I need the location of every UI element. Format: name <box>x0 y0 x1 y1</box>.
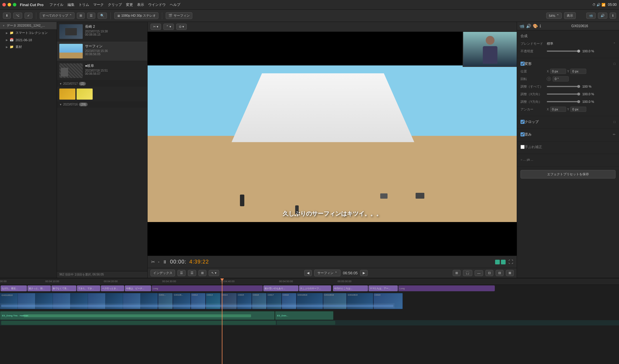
list-btn-3[interactable]: ⊞ <box>198 270 206 276</box>
format-button[interactable]: 🖥 1080p HD 30p ステレオ <box>114 12 158 19</box>
crop-title: クロップ <box>525 119 539 124</box>
rotation-label: 回転 <box>521 77 547 81</box>
subtitle-clip-4[interactable]: できた、でき... <box>77 285 100 291</box>
inspector-info-tab[interactable]: ℹ <box>610 13 616 19</box>
check-button[interactable]: ✓ <box>25 13 32 19</box>
headphone-btn[interactable]: 🎧 <box>463 270 472 276</box>
audio-clip-label-2: ES_Doin... <box>277 314 288 317</box>
razor-tool[interactable]: ◦ <box>158 259 160 265</box>
clip-info-surfing: サーフィン 2023/07/18 15:36 00:06:56:05 <box>85 44 145 56</box>
timeline-btn-3[interactable]: ⊟ <box>496 270 504 276</box>
menu-view[interactable]: 表示 <box>137 2 144 7</box>
clip-item-nagasaki[interactable]: 長崎 2 2023/07/15 19:38 00:08:06:15 <box>57 22 147 41</box>
rotation-dial[interactable] <box>547 77 551 81</box>
arrow-tool[interactable]: ↖ ▾ <box>209 270 219 276</box>
inspector-tab-video[interactable]: 📹 <box>519 24 524 28</box>
fullscreen-button[interactable]: ⛶ <box>509 259 513 265</box>
rotation-input[interactable] <box>553 76 569 82</box>
menu-change[interactable]: 変更 <box>126 2 133 7</box>
timeline-btn-4[interactable]: ⊠ <box>506 270 514 276</box>
blend-title-row: 合成 <box>521 33 615 39</box>
audio-btn-1[interactable]: ⊞ <box>453 270 461 276</box>
subtitle-clip-2[interactable]: 違さっと。段... <box>27 285 51 291</box>
zoom-button[interactable]: 54% ⌃ <box>546 13 562 19</box>
import-button[interactable]: ⬇ <box>3 13 11 19</box>
inspector-video-tab[interactable]: 📹 <box>586 13 596 19</box>
pos-y-input[interactable] <box>570 69 586 74</box>
small-thumb-1[interactable] <box>59 89 75 100</box>
maximize-button[interactable] <box>13 3 16 6</box>
scale-all-slider[interactable] <box>547 86 580 87</box>
project-button[interactable]: 🎬 サーフィン <box>166 12 192 19</box>
sidebar-item-smart[interactable]: ▶ 📁 スマートコレクション <box>0 29 57 37</box>
sequence-label: サーフィン <box>317 271 333 275</box>
subtitle-clip-8[interactable]: 久しぶりのサーフ... <box>299 285 331 291</box>
date-count-0716: (39) <box>79 103 88 106</box>
edit-tool-button[interactable]: ✂ ▾ <box>151 24 161 30</box>
grid-view-button[interactable]: ⊞ <box>77 13 85 19</box>
subtitle-clip-long-2[interactable]: Long <box>398 285 495 291</box>
close-button[interactable] <box>2 3 6 6</box>
menu-file[interactable]: ファイル <box>49 2 63 7</box>
pos-x-input[interactable] <box>550 69 566 74</box>
scale-y-value: 100.0 % <box>582 100 616 103</box>
opacity-slider[interactable] <box>547 51 580 52</box>
sidebar-item-sozai[interactable]: ▶ 📁 素材 <box>0 43 57 51</box>
subtitle-clip-6[interactable]: 今後は、ビーチ... <box>125 285 151 291</box>
scale-x-slider[interactable] <box>547 93 580 95</box>
nav-left[interactable]: ◀ <box>304 270 312 276</box>
menu-help[interactable]: ヘルプ <box>170 2 180 7</box>
inspector-tab-color[interactable]: 🎨 <box>533 24 538 28</box>
menu-trim[interactable]: トリム <box>79 2 89 7</box>
inspector-tab-info[interactable]: ℹ <box>540 24 541 28</box>
edit-tool-2[interactable]: ✂ <box>151 259 155 265</box>
timeline-btn-1[interactable]: — <box>475 270 483 276</box>
subtitle-clip-10[interactable]: ママたちは、アー... <box>369 285 398 291</box>
key-button[interactable]: ⌥ <box>13 13 22 19</box>
list-btn-2[interactable]: ☰ <box>188 270 196 276</box>
effect-preset-button[interactable]: エフェクトプリセットを保存 <box>521 170 615 178</box>
crop-checkbox[interactable] <box>521 120 525 124</box>
inspector-tab-audio[interactable]: 🔊 <box>526 24 531 28</box>
clip-item-surfing[interactable]: サーフィン 2023/07/18 15:36 00:06:56:05 <box>57 41 147 61</box>
list-view-button[interactable]: ☰ <box>87 13 95 19</box>
anchor-x-input[interactable] <box>550 107 566 112</box>
timeline-btn-2[interactable]: ⊡ <box>485 270 493 276</box>
menu-window[interactable]: ウインドウ <box>148 2 166 7</box>
subtitle-clip-5[interactable]: ベク行っとき... <box>101 285 124 291</box>
search-button[interactable]: 🔍 <box>98 13 107 19</box>
blade-tool-button[interactable]: ⌃ ▾ <box>163 24 174 30</box>
subtitle-clip-3[interactable]: 旅でなくて良... <box>51 285 76 291</box>
position-label: 位置 <box>521 69 547 74</box>
audio-clip-2[interactable]: ES_Doin... <box>275 311 333 320</box>
pause-button[interactable]: ⏸ <box>162 259 167 265</box>
subtitle-clip-1[interactable]: なげた。最近... <box>1 285 27 291</box>
subtitle-clip-9[interactable]: 今日のところは... <box>333 285 368 291</box>
menu-clip[interactable]: クリップ <box>108 2 122 7</box>
menu-mark[interactable]: マーク <box>93 2 104 7</box>
nav-right[interactable]: ▶ <box>360 270 368 276</box>
zoom-tool-button[interactable]: ⊙ ▾ <box>176 24 187 30</box>
sidebar-item-2021[interactable]: ▶ 📅 2021-06-18 <box>0 37 57 43</box>
scale-y-slider[interactable] <box>547 101 580 102</box>
audio-clip-1[interactable]: ES_Doing This - Hallman <box>0 311 275 320</box>
position-row: 位置 X Y <box>521 68 615 74</box>
small-thumb-2[interactable] <box>77 89 93 100</box>
anchor-y-input[interactable] <box>570 107 586 112</box>
inspector-audio-tab[interactable]: 🔊 <box>598 13 607 19</box>
index-button[interactable]: インデックス <box>151 270 175 276</box>
sequence-name-btn[interactable]: サーフィン ⌃ <box>314 270 340 276</box>
list-btn-1[interactable]: ☰ <box>177 270 186 276</box>
display-button[interactable]: 表示 <box>564 12 576 19</box>
menu-edit[interactable]: 編集 <box>68 2 75 7</box>
timecode-display: 00:00: <box>170 259 186 265</box>
minimize-button[interactable] <box>8 3 11 6</box>
transform-checkbox[interactable] <box>521 62 525 66</box>
subtitle-clip-long-1[interactable]: Long <box>152 285 263 291</box>
clip-item-gifu[interactable]: ●岐阜 2023/07/18 15:51 00:06:56:07 <box>57 61 147 81</box>
subtitle-clip-7[interactable]: 迷が言いのもあり... <box>263 285 298 291</box>
clip-all-button[interactable]: すべてのクリップ ⌃ <box>40 12 75 19</box>
sidebar-item-data[interactable]: ▼ データ 20220301_1242_... <box>0 22 57 29</box>
stabilize-checkbox[interactable] <box>521 145 525 149</box>
distort-checkbox[interactable] <box>521 132 525 136</box>
